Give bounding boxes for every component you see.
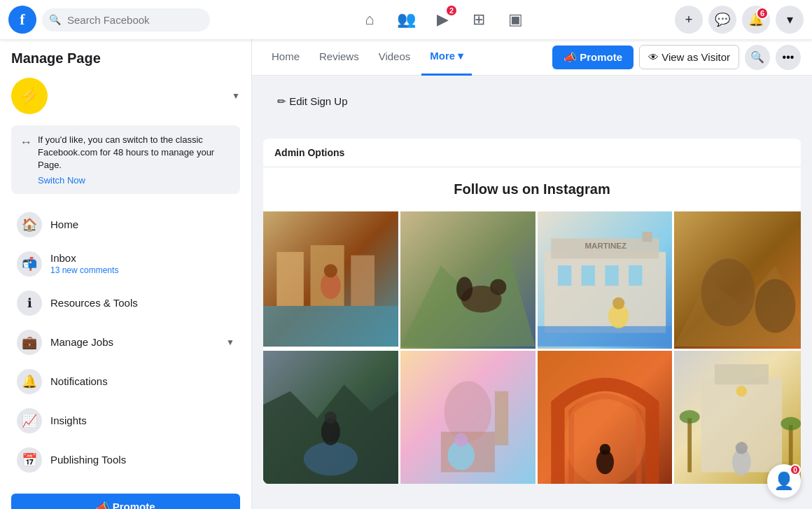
manage-jobs-icon: 💼	[17, 330, 42, 355]
menu-button[interactable]: ▾	[776, 6, 804, 34]
top-nav: f 🔍 ⌂ 👥 ▶ 2 ⊞ ▣ + 💬 🔔 6 ▾	[0, 0, 812, 39]
instagram-section: Admin Options Follow us on Instagram	[263, 139, 801, 484]
instagram-photo-2[interactable]	[400, 211, 536, 349]
svg-point-47	[680, 410, 700, 424]
page-nav-actions: 📣 Promote 👁 View as Visitor 🔍 •••	[552, 45, 801, 70]
fb-logo-letter: f	[20, 11, 24, 29]
img5-svg	[263, 351, 398, 484]
chat-badge: 0	[790, 464, 801, 475]
svg-point-49	[781, 417, 801, 430]
instagram-photo-3[interactable]: MARTINEZ	[538, 211, 673, 349]
svg-point-42	[599, 444, 610, 454]
notifications-badge: 6	[756, 7, 769, 20]
publishing-tools-icon: 📅	[17, 447, 42, 473]
inbox-sub: 13 new comments	[50, 265, 234, 275]
notifications-label: Notifications	[50, 375, 234, 387]
promote-nav-button[interactable]: 📣 Promote	[552, 46, 634, 69]
sidebar-item-home[interactable]: 🏠 Home	[6, 205, 246, 244]
marketplace-nav-btn[interactable]: ▣	[498, 3, 532, 36]
img7-svg	[538, 351, 673, 484]
content-area: ✏ Edit Sign Up Admin Options Follow us o…	[252, 76, 812, 495]
svg-rect-13	[544, 252, 665, 333]
resources-label: Resources & Tools	[50, 297, 234, 309]
sidebar-item-inbox[interactable]: 📬 Inbox 13 new comments	[6, 244, 246, 284]
sidebar-item-publishing-tools[interactable]: 📅 Publishing Tools	[6, 440, 246, 480]
promote-sidebar-button[interactable]: 📣 Promote	[11, 494, 240, 509]
notifications-button[interactable]: 🔔 6	[742, 6, 770, 34]
svg-point-38	[454, 433, 468, 446]
video-nav-btn[interactable]: ▶ 2	[426, 3, 459, 36]
sidebar-item-manage-jobs[interactable]: 💼 Manage Jobs ▼	[6, 323, 246, 362]
instagram-photo-5[interactable]	[263, 351, 398, 484]
img2-svg	[400, 211, 536, 347]
svg-point-52	[736, 442, 748, 454]
manage-jobs-chevron-icon: ▼	[226, 337, 234, 347]
video-badge: 2	[445, 4, 458, 17]
nav-center: ⌂ 👥 ▶ 2 ⊞ ▣	[353, 3, 532, 36]
edit-signup-button[interactable]: ✏ Edit Sign Up	[263, 87, 362, 116]
inbox-icon: 📬	[17, 251, 42, 277]
chat-bubble[interactable]: 👤 0	[767, 464, 801, 498]
insights-label: Insights	[50, 414, 234, 426]
instagram-photo-7[interactable]	[538, 351, 673, 484]
sidebar-item-inbox-content: Inbox 13 new comments	[50, 252, 234, 275]
nav-left: f 🔍	[8, 6, 210, 34]
home-icon: 🏠	[17, 212, 42, 237]
svg-rect-15	[557, 265, 570, 286]
sidebar-nav: 🏠 Home 📬 Inbox 13 new comments ℹ Resourc…	[0, 200, 251, 485]
search-page-button[interactable]: 🔍	[745, 45, 770, 70]
friends-nav-btn[interactable]: 👥	[389, 3, 423, 36]
instagram-photo-6[interactable]	[400, 351, 536, 484]
switch-text: If you'd like, you can switch to the cla…	[38, 134, 214, 170]
instagram-grid: MARTINEZ	[263, 211, 801, 484]
home-nav-btn[interactable]: ⌂	[353, 3, 386, 36]
search-wrap: 🔍	[42, 8, 210, 32]
svg-rect-45	[715, 364, 769, 384]
tab-home[interactable]: Home	[263, 39, 308, 76]
facebook-logo[interactable]: f	[8, 6, 36, 34]
tab-reviews[interactable]: Reviews	[311, 39, 368, 76]
resources-icon: ℹ	[17, 291, 42, 316]
svg-rect-46	[688, 418, 692, 472]
view-as-visitor-button[interactable]: 👁 View as Visitor	[639, 45, 739, 69]
admin-options-bar: Admin Options	[263, 139, 801, 167]
edit-signup-wrap: ✏ Edit Sign Up	[263, 87, 801, 127]
switch-banner: ↔ If you'd like, you can switch to the c…	[11, 125, 240, 194]
home-label: Home	[50, 218, 234, 230]
search-input[interactable]	[42, 8, 210, 32]
svg-point-10	[490, 279, 506, 295]
svg-rect-18	[629, 265, 642, 286]
publishing-tools-label: Publishing Tools	[50, 454, 234, 466]
page-nav: Home Reviews Videos More ▾ 📣 Promote 👁 V…	[252, 39, 812, 76]
inbox-label: Inbox	[50, 252, 234, 264]
notifications-icon: 🔔	[17, 369, 42, 394]
sidebar-item-insights-content: Insights	[50, 414, 234, 426]
page-avatar: ⚡	[11, 78, 48, 114]
add-button[interactable]: +	[675, 6, 703, 34]
instagram-photo-8[interactable]	[674, 351, 801, 484]
instagram-photo-1[interactable]	[263, 211, 398, 347]
sidebar-item-home-content: Home	[50, 218, 234, 230]
chevron-down-icon[interactable]: ▼	[232, 91, 240, 101]
switch-arrow-icon: ↔	[20, 135, 32, 150]
svg-point-30	[304, 442, 358, 475]
sidebar-item-notifications-content: Notifications	[50, 375, 234, 387]
more-options-button[interactable]: •••	[776, 45, 801, 70]
svg-point-50	[736, 386, 747, 396]
sidebar-item-insights[interactable]: 📈 Insights	[6, 401, 246, 440]
svg-rect-2	[276, 252, 304, 306]
svg-text:MARTINEZ: MARTINEZ	[584, 242, 626, 250]
instagram-photo-4[interactable]	[674, 211, 801, 349]
svg-point-6	[324, 264, 337, 277]
main-content: Home Reviews Videos More ▾ 📣 Promote 👁 V…	[252, 39, 812, 509]
manage-jobs-label: Manage Jobs	[50, 336, 218, 348]
tab-videos[interactable]: Videos	[370, 39, 419, 76]
sidebar-item-jobs-content: Manage Jobs	[50, 336, 218, 348]
groups-nav-btn[interactable]: ⊞	[462, 3, 496, 36]
messenger-button[interactable]: 💬	[708, 6, 736, 34]
sidebar-item-resources[interactable]: ℹ Resources & Tools	[6, 284, 246, 323]
sidebar-item-notifications[interactable]: 🔔 Notifications	[6, 362, 246, 401]
svg-rect-1	[263, 306, 398, 347]
tab-more[interactable]: More ▾	[421, 39, 472, 76]
switch-now-link[interactable]: Switch Now	[38, 175, 232, 186]
